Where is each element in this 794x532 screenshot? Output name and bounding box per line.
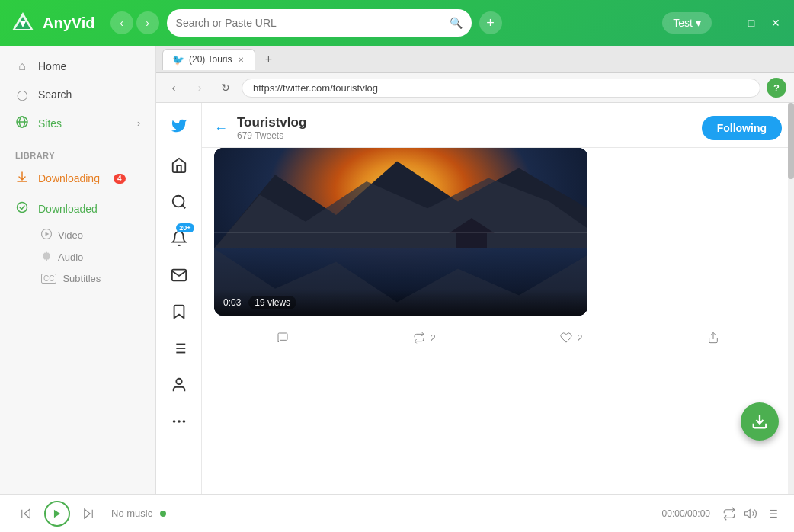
twitter-main-content: ← Touristvlog 679 Tweets Following (202, 103, 794, 494)
app-name: AnyVid (43, 14, 95, 32)
sidebar-item-downloading-label: Downloading (38, 172, 100, 184)
svg-point-10 (172, 196, 184, 207)
sidebar-sub-subtitles-label: Subtitles (62, 273, 101, 284)
logo-area: AnyVid (9, 9, 95, 37)
help-button[interactable]: ? (767, 78, 786, 98)
home-icon: ⌂ (15, 59, 29, 73)
no-music-text: No music (111, 508, 152, 519)
twitter-sidebar: 20+ (156, 103, 202, 494)
tab-twitter-icon: 🐦 (172, 54, 184, 66)
title-bar: AnyVid ‹ › 🔍 + Test ▾ — □ ✕ (0, 0, 794, 46)
twitter-nav-more[interactable] (162, 405, 196, 438)
svg-point-20 (183, 421, 184, 422)
sidebar-nav: ⌂ Home ◯ Search Sites › (0, 52, 155, 145)
video-overlay: 0:03 19 views (214, 290, 587, 316)
main-layout: ⌂ Home ◯ Search Sites › Library Download… (0, 46, 794, 494)
window-controls: Test ▾ — □ ✕ (662, 12, 785, 34)
sidebar-item-search[interactable]: ◯ Search (0, 81, 155, 108)
video-icon (41, 229, 52, 242)
player-repeat-button[interactable] (722, 507, 736, 521)
close-button[interactable]: ✕ (767, 14, 785, 32)
app-logo-icon (9, 9, 37, 37)
twitter-logo-item[interactable] (162, 109, 196, 143)
browser-area: 🐦 (20) Touris ✕ + ‹ › ↻ ? (156, 46, 794, 494)
add-tab-button[interactable]: + (479, 11, 502, 34)
url-search-bar[interactable]: 🔍 (167, 9, 472, 37)
sidebar-sub-video-label: Video (58, 229, 83, 241)
svg-point-18 (176, 379, 181, 384)
twitter-nav-messages[interactable] (162, 258, 196, 292)
sites-arrow-icon: › (137, 118, 140, 129)
twitter-nav-bookmarks[interactable] (162, 295, 196, 328)
follow-button[interactable]: Following (702, 116, 782, 140)
downloading-icon (15, 171, 29, 186)
svg-marker-32 (85, 509, 91, 518)
tweet-video-container: 0:03 19 views (202, 148, 794, 325)
retweet-count: 2 (430, 332, 435, 344)
player-queue-button[interactable] (765, 507, 779, 521)
svg-marker-31 (54, 509, 60, 518)
browser-tab[interactable]: 🐦 (20) Touris ✕ (162, 49, 255, 70)
split-line (214, 232, 587, 233)
svg-marker-29 (24, 509, 30, 518)
sidebar-sub-video[interactable]: Video (0, 224, 155, 246)
player-play-button[interactable] (44, 501, 70, 527)
new-tab-button[interactable]: + (258, 50, 278, 69)
minimize-button[interactable]: — (718, 14, 736, 32)
browser-toolbar: ‹ › ↻ ? (156, 73, 794, 103)
download-fab-button[interactable] (741, 402, 779, 441)
browser-back-button[interactable]: ‹ (164, 78, 184, 98)
scrollbar-thumb[interactable] (788, 103, 794, 179)
profile-back-button[interactable]: ← (214, 120, 228, 136)
twitter-nav-notifications[interactable]: 20+ (162, 222, 196, 255)
player-next-button[interactable] (78, 503, 99, 524)
user-menu-button[interactable]: Test ▾ (662, 12, 712, 34)
browser-refresh-button[interactable]: ↻ (216, 78, 235, 98)
maximize-button[interactable]: □ (742, 14, 760, 32)
url-search-input[interactable] (176, 17, 443, 29)
sidebar-sub-subtitles[interactable]: CC Subtitles (0, 268, 155, 289)
twitter-nav-profile[interactable] (162, 368, 196, 402)
tab-close-button[interactable]: ✕ (236, 56, 245, 64)
video-player[interactable]: 0:03 19 views (214, 148, 587, 316)
twitter-nav-lists[interactable] (162, 332, 196, 365)
reply-button[interactable] (277, 332, 289, 344)
svg-point-19 (178, 421, 180, 422)
url-search-icon[interactable]: 🔍 (450, 17, 463, 29)
like-button[interactable]: 2 (560, 332, 582, 344)
sidebar-item-sites[interactable]: Sites › (0, 108, 155, 139)
sidebar-item-home[interactable]: ⌂ Home (0, 52, 155, 81)
like-count: 2 (577, 332, 582, 344)
back-nav-button[interactable]: ‹ (110, 11, 133, 34)
sidebar-item-downloading[interactable]: Downloading 4 (0, 163, 155, 194)
audio-icon (41, 251, 52, 264)
sidebar-sub-audio[interactable]: Audio (0, 246, 155, 268)
svg-marker-9 (46, 232, 50, 236)
twitter-nav-home[interactable] (162, 149, 196, 182)
search-icon: ◯ (15, 89, 29, 101)
player-right-controls (722, 507, 779, 521)
sidebar-item-downloaded[interactable]: Downloaded (0, 194, 155, 224)
scrollbar-track[interactable] (788, 103, 794, 494)
progress-dot (160, 511, 166, 517)
browser-forward-button[interactable]: › (190, 78, 210, 98)
player-prev-button[interactable] (15, 503, 37, 524)
library-section-title: Library (0, 145, 155, 163)
sidebar-item-sites-label: Sites (38, 117, 62, 130)
retweet-button[interactable]: 2 (413, 332, 435, 344)
sidebar-sub-audio-label: Audio (58, 252, 83, 263)
subtitles-icon: CC (41, 274, 56, 284)
profile-tweets-count: 679 Tweets (237, 130, 693, 141)
twitter-nav-search[interactable] (162, 185, 196, 219)
svg-rect-26 (456, 233, 487, 248)
profile-name: Touristvlog (237, 115, 693, 130)
sidebar-item-search-label: Search (38, 88, 72, 101)
player-bar: No music 00:00/00:00 (0, 494, 794, 532)
address-bar[interactable] (242, 79, 760, 98)
player-volume-button[interactable] (744, 507, 757, 521)
time-display: 00:00/00:00 (662, 508, 710, 519)
share-button[interactable] (707, 332, 719, 344)
forward-nav-button[interactable]: › (136, 11, 159, 34)
svg-marker-34 (745, 509, 751, 518)
user-menu-label: Test (673, 17, 693, 29)
